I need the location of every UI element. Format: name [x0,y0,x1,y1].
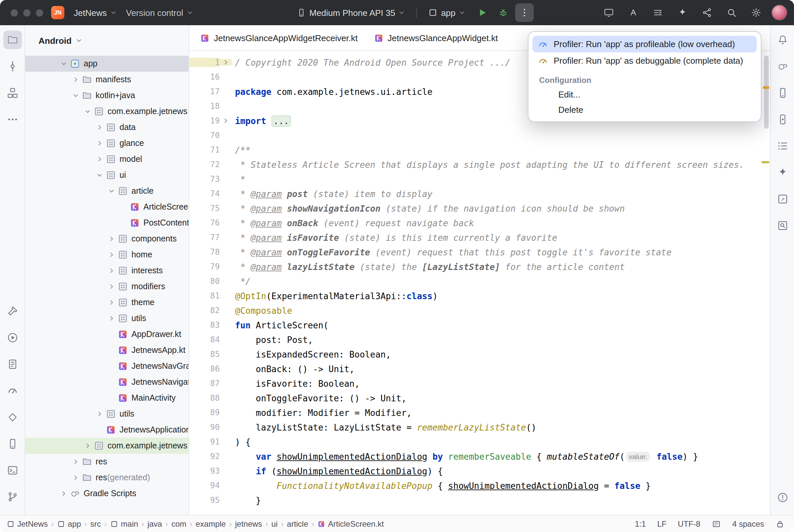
tree-item-manifests[interactable]: manifests [25,72,188,88]
line-number[interactable]: 95 [189,495,220,505]
close-window-button[interactable] [11,9,18,16]
line-number[interactable]: 87 [189,379,220,388]
device-mirroring-button[interactable] [599,3,618,22]
encoding-widget[interactable]: UTF-8 [678,519,700,528]
gemini-tool-button[interactable] [773,163,792,182]
main-menu-button[interactable] [649,3,667,22]
line-number[interactable]: 1 [189,58,220,67]
line-number[interactable]: 19 [189,116,220,126]
line-number[interactable]: 94 [189,481,220,490]
breadcrumb-item-java[interactable]: java [147,519,162,528]
line-number[interactable]: 80 [189,277,220,286]
services-tool-button[interactable] [3,328,22,347]
code-style-widget[interactable] [712,519,721,528]
tree-item-utils[interactable]: utils [25,406,188,422]
indent-widget[interactable]: 4 spaces [732,519,764,528]
line-number[interactable]: 17 [189,87,220,96]
run-configuration-button[interactable]: app [424,4,470,21]
line-number[interactable]: 73 [189,174,220,184]
breadcrumb-item-src[interactable]: src [90,519,101,528]
line-number[interactable]: 16 [189,72,220,81]
line-number[interactable]: 92 [189,452,220,461]
line-number[interactable]: 91 [189,437,220,446]
user-avatar[interactable] [772,5,787,21]
line-number[interactable]: 93 [189,466,220,476]
breadcrumb-item-jetnews[interactable]: JetNews [7,519,48,528]
logcat-tool-button[interactable] [3,355,22,374]
run-button[interactable] [473,3,491,22]
popup-item-profiler-run-app-as-profileable-low-overhe[interactable]: Profiler: Run 'app' as profileable (low … [532,36,757,52]
structure-view-tool-button[interactable] [773,137,792,155]
tree-item-article[interactable]: article [25,183,188,199]
tree-item-mainactivity[interactable]: MainActivity [25,390,188,406]
version-control-menu-button[interactable]: Version control [122,4,198,21]
zoom-window-button[interactable] [36,9,43,16]
layout-inspector-tool-button[interactable] [773,190,792,208]
breadcrumb-item-example[interactable]: example [196,519,226,528]
breadcrumb-item-articlescreen-kt[interactable]: ArticleScreen.kt [317,519,384,528]
structure-tool-button[interactable] [3,83,22,102]
tree-item-gradle-scripts[interactable]: Gradle Scripts [25,486,188,501]
fold-gutter[interactable] [220,117,232,124]
line-number[interactable]: 89 [189,408,220,417]
tree-item-theme[interactable]: theme [25,294,188,310]
tree-item-kotlin-java[interactable]: kotlin+java [25,88,188,103]
breadcrumb-item-main[interactable]: main [110,519,138,528]
line-number[interactable]: 84 [189,335,220,344]
line-number[interactable]: 70 [189,131,220,140]
gradle-tool-button[interactable] [773,57,792,76]
tree-item-com-example-jetnews[interactable]: com.example.jetnews [25,103,188,119]
line-number[interactable]: 77 [189,233,220,242]
ai-assistant-button[interactable] [673,3,692,22]
tree-item-model[interactable]: model [25,151,188,167]
tree-item-glance[interactable]: glance [25,135,188,151]
popup-item-profiler-run-app-as-debuggable-complete-da[interactable]: Profiler: Run 'app' as debuggable (compl… [532,52,757,69]
line-number[interactable]: 71 [189,145,220,155]
tree-item-jetnewsnavgraph[interactable]: JetnewsNavGraph. [25,358,188,374]
editor-scrollbar[interactable] [764,56,769,129]
device-explorer-tool-button[interactable] [3,435,22,453]
project-tool-button[interactable] [3,31,22,49]
editor-tab-jetnewsglanceappwidget-kt[interactable]: JetnewsGlanceAppWidget.kt [366,25,506,50]
tree-item-data[interactable]: data [25,119,188,135]
tree-item-res[interactable]: res [25,454,188,470]
tree-item-modifiers[interactable]: modifiers [25,279,188,294]
version-control-tool-button[interactable] [3,488,22,506]
tree-item-com-example-jetnews-an[interactable]: com.example.jetnews (an [25,438,188,454]
breadcrumb-item-ui[interactable]: ui [272,519,278,528]
problems-tool-button[interactable] [773,488,792,507]
project-view-selector[interactable]: Android [25,25,188,56]
tree-item-appdrawer-kt[interactable]: AppDrawer.kt [25,326,188,342]
tree-item-jetnewsapp-kt[interactable]: JetnewsApp.kt [25,342,188,358]
tree-item-postcontent-kt[interactable]: PostContent.kt [25,215,188,231]
tree-item-ui[interactable]: ui [25,167,188,183]
app-quality-insights-tool-button[interactable] [773,216,792,235]
device-selector-button[interactable]: Medium Phone API 35 [292,4,410,21]
share-project-button[interactable] [698,3,716,22]
notifications-tool-button[interactable] [773,31,792,49]
tree-item-components[interactable]: components [25,231,188,247]
app-inspection-tool-button[interactable] [3,408,22,426]
line-number[interactable]: 88 [189,393,220,403]
tree-item-utils[interactable]: utils [25,310,188,326]
tree-item-home[interactable]: home [25,247,188,263]
tree-item-jetnewsapplication[interactable]: JetnewsApplication [25,422,188,438]
build-tool-button[interactable] [3,302,22,320]
minimize-window-button[interactable] [23,9,31,16]
settings-button[interactable] [747,3,765,22]
project-menu-button[interactable]: JetNews [69,4,122,21]
tree-item-jetnewsnavigation[interactable]: JetnewsNavigation [25,374,188,390]
tree-item-app[interactable]: app [25,56,188,72]
line-number[interactable]: 83 [189,320,220,330]
readonly-lock-widget[interactable] [775,519,785,528]
more-tool-windows-tool-button[interactable] [3,110,22,129]
cursor-position-widget[interactable]: 1:1 [635,519,646,528]
tree-item-articlescreen-kt[interactable]: ArticleScreen.kt [25,199,188,215]
line-number[interactable]: 81 [189,291,220,301]
popup-action-delete[interactable]: Delete [532,102,757,117]
debug-button[interactable] [494,3,513,22]
line-number[interactable]: 79 [189,262,220,271]
search-everywhere-button[interactable] [722,3,741,22]
line-number[interactable]: 86 [189,364,220,374]
breadcrumb-item-article[interactable]: article [287,519,308,528]
